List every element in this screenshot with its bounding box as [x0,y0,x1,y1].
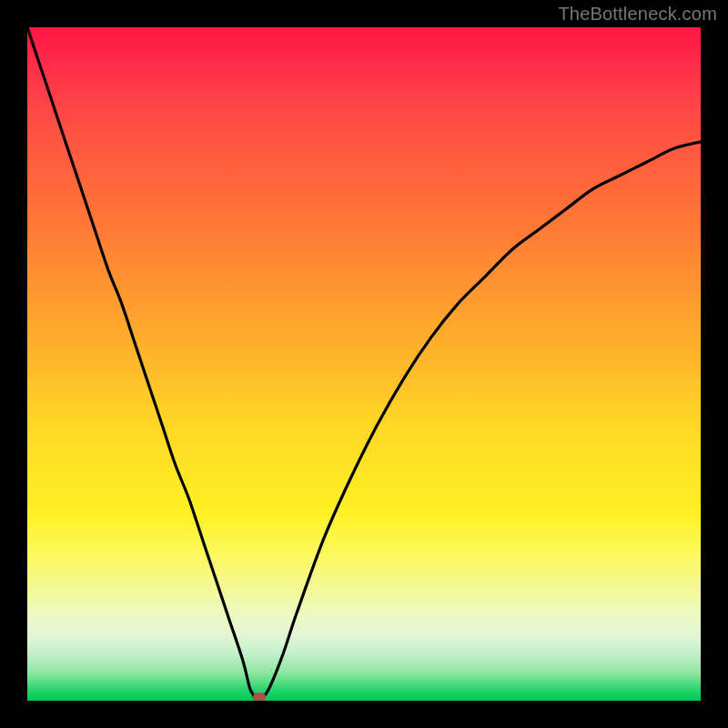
chart-frame: TheBottleneck.com [0,0,728,728]
bottleneck-curve-path [27,27,701,701]
plot-area [27,27,701,701]
bottleneck-curve-svg [27,27,701,701]
optimal-marker [253,693,266,701]
watermark-text: TheBottleneck.com [558,4,717,25]
